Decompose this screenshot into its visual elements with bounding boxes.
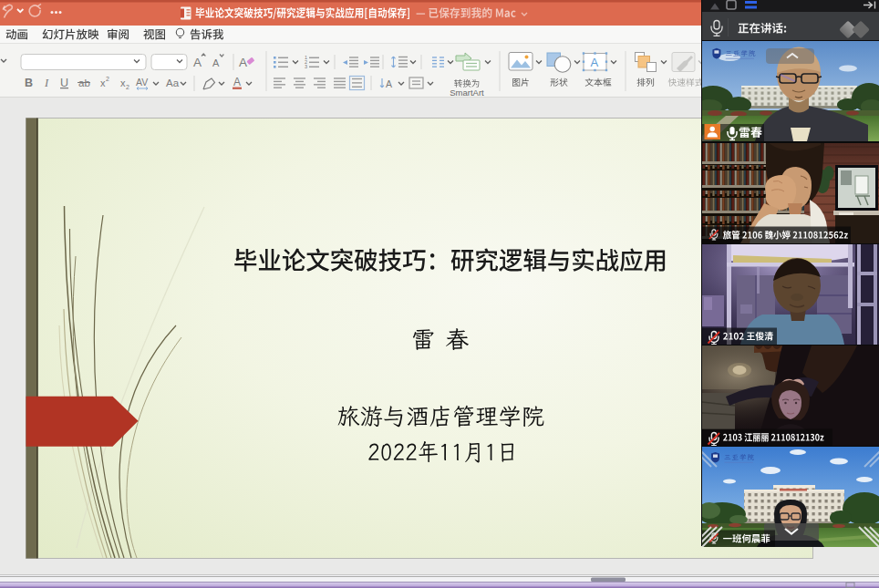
svg-text:AV: AV [136, 77, 148, 88]
svg-text:Aa: Aa [166, 77, 180, 88]
svg-text:SmartArt: SmartArt [450, 88, 484, 98]
svg-text:A: A [233, 76, 241, 88]
svg-text:I: I [44, 77, 49, 89]
svg-text:A: A [193, 56, 202, 69]
svg-text:A: A [239, 56, 247, 69]
svg-text:2: 2 [126, 84, 129, 90]
svg-text:A: A [591, 56, 599, 69]
svg-text:2: 2 [106, 76, 109, 82]
svg-text:B: B [25, 77, 33, 89]
svg-text:U: U [60, 77, 68, 89]
svg-text:3: 3 [305, 64, 307, 69]
svg-text:A: A [212, 57, 220, 68]
svg-text:A: A [386, 78, 392, 89]
